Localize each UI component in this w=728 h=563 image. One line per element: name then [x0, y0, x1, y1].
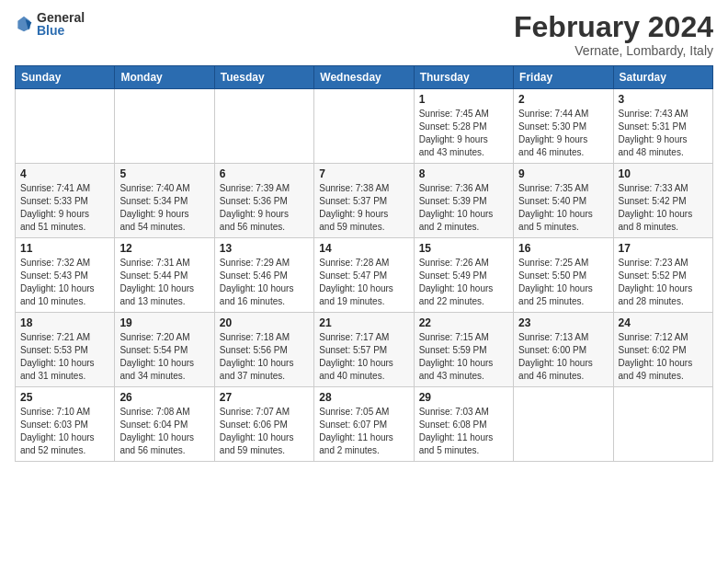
- cell-4-0: 25Sunrise: 7:10 AM Sunset: 6:03 PM Dayli…: [16, 387, 115, 462]
- day-number-16: 16: [518, 242, 608, 255]
- day-number-23: 23: [518, 316, 608, 329]
- day-number-22: 22: [419, 316, 508, 329]
- week-row-1: 4Sunrise: 7:41 AM Sunset: 5:33 PM Daylig…: [16, 164, 713, 238]
- day-info-22: Sunrise: 7:15 AM Sunset: 5:59 PM Dayligh…: [419, 331, 508, 383]
- day-number-3: 3: [619, 93, 708, 106]
- day-info-14: Sunrise: 7:28 AM Sunset: 5:47 PM Dayligh…: [319, 257, 408, 308]
- cell-1-0: 4Sunrise: 7:41 AM Sunset: 5:33 PM Daylig…: [16, 164, 115, 238]
- cell-0-3: [314, 89, 414, 164]
- cell-0-1: [115, 89, 214, 164]
- day-info-12: Sunrise: 7:31 AM Sunset: 5:44 PM Dayligh…: [119, 257, 209, 308]
- cell-3-4: 22Sunrise: 7:15 AM Sunset: 5:59 PM Dayli…: [414, 313, 513, 387]
- day-info-10: Sunrise: 7:33 AM Sunset: 5:42 PM Dayligh…: [619, 182, 708, 234]
- day-header-row: Sunday Monday Tuesday Wednesday Thursday…: [16, 66, 713, 89]
- day-number-24: 24: [619, 316, 708, 329]
- week-row-0: 1Sunrise: 7:45 AM Sunset: 5:28 PM Daylig…: [16, 89, 713, 164]
- header-wednesday: Wednesday: [314, 66, 414, 89]
- day-info-19: Sunrise: 7:20 AM Sunset: 5:54 PM Dayligh…: [119, 331, 209, 383]
- cell-3-6: 24Sunrise: 7:12 AM Sunset: 6:02 PM Dayli…: [613, 313, 712, 387]
- day-info-5: Sunrise: 7:40 AM Sunset: 5:34 PM Dayligh…: [119, 182, 209, 234]
- day-info-23: Sunrise: 7:13 AM Sunset: 6:00 PM Dayligh…: [518, 331, 608, 383]
- day-info-4: Sunrise: 7:41 AM Sunset: 5:33 PM Dayligh…: [20, 182, 109, 234]
- day-info-21: Sunrise: 7:17 AM Sunset: 5:57 PM Dayligh…: [319, 331, 408, 383]
- cell-2-2: 13Sunrise: 7:29 AM Sunset: 5:46 PM Dayli…: [214, 238, 313, 313]
- cell-2-6: 17Sunrise: 7:23 AM Sunset: 5:52 PM Dayli…: [613, 238, 712, 313]
- header-thursday: Thursday: [414, 66, 513, 89]
- cell-4-6: [613, 387, 712, 462]
- cell-0-2: [214, 89, 313, 164]
- calendar-body: 1Sunrise: 7:45 AM Sunset: 5:28 PM Daylig…: [16, 89, 713, 462]
- logo-blue-text: Blue: [37, 24, 85, 37]
- day-number-8: 8: [419, 167, 508, 180]
- week-row-3: 18Sunrise: 7:21 AM Sunset: 5:53 PM Dayli…: [16, 313, 713, 387]
- day-info-18: Sunrise: 7:21 AM Sunset: 5:53 PM Dayligh…: [20, 331, 109, 383]
- day-info-3: Sunrise: 7:43 AM Sunset: 5:31 PM Dayligh…: [619, 108, 708, 159]
- day-info-17: Sunrise: 7:23 AM Sunset: 5:52 PM Dayligh…: [619, 257, 708, 308]
- day-info-28: Sunrise: 7:05 AM Sunset: 6:07 PM Dayligh…: [319, 406, 408, 457]
- day-number-10: 10: [619, 167, 708, 180]
- day-info-16: Sunrise: 7:25 AM Sunset: 5:50 PM Dayligh…: [518, 257, 608, 308]
- day-info-27: Sunrise: 7:07 AM Sunset: 6:06 PM Dayligh…: [220, 406, 309, 457]
- day-number-7: 7: [319, 167, 408, 180]
- cell-4-3: 28Sunrise: 7:05 AM Sunset: 6:07 PM Dayli…: [314, 387, 414, 462]
- calendar-header: Sunday Monday Tuesday Wednesday Thursday…: [16, 66, 713, 89]
- day-info-8: Sunrise: 7:36 AM Sunset: 5:39 PM Dayligh…: [419, 182, 508, 234]
- subtitle: Vernate, Lombardy, Italy: [514, 43, 713, 58]
- cell-3-2: 20Sunrise: 7:18 AM Sunset: 5:56 PM Dayli…: [214, 313, 313, 387]
- day-info-2: Sunrise: 7:44 AM Sunset: 5:30 PM Dayligh…: [518, 108, 608, 159]
- logo-icon: [15, 15, 33, 33]
- cell-0-0: [16, 89, 115, 164]
- day-number-2: 2: [518, 93, 608, 106]
- cell-1-4: 8Sunrise: 7:36 AM Sunset: 5:39 PM Daylig…: [414, 164, 513, 238]
- day-number-19: 19: [119, 316, 209, 329]
- day-number-1: 1: [419, 93, 508, 106]
- header-friday: Friday: [514, 66, 613, 89]
- day-number-25: 25: [20, 391, 109, 404]
- day-info-11: Sunrise: 7:32 AM Sunset: 5:43 PM Dayligh…: [20, 257, 109, 308]
- day-number-29: 29: [419, 391, 508, 404]
- cell-2-3: 14Sunrise: 7:28 AM Sunset: 5:47 PM Dayli…: [314, 238, 414, 313]
- day-number-11: 11: [20, 242, 109, 255]
- cell-1-5: 9Sunrise: 7:35 AM Sunset: 5:40 PM Daylig…: [514, 164, 613, 238]
- day-info-24: Sunrise: 7:12 AM Sunset: 6:02 PM Dayligh…: [619, 331, 708, 383]
- calendar-table: Sunday Monday Tuesday Wednesday Thursday…: [15, 65, 713, 462]
- title-section: February 2024 Vernate, Lombardy, Italy: [514, 11, 713, 58]
- cell-4-5: [514, 387, 613, 462]
- day-number-28: 28: [319, 391, 408, 404]
- week-row-2: 11Sunrise: 7:32 AM Sunset: 5:43 PM Dayli…: [16, 238, 713, 313]
- cell-4-1: 26Sunrise: 7:08 AM Sunset: 6:04 PM Dayli…: [115, 387, 214, 462]
- cell-1-1: 5Sunrise: 7:40 AM Sunset: 5:34 PM Daylig…: [115, 164, 214, 238]
- day-number-5: 5: [119, 167, 209, 180]
- cell-0-6: 3Sunrise: 7:43 AM Sunset: 5:31 PM Daylig…: [613, 89, 712, 164]
- day-number-12: 12: [119, 242, 209, 255]
- logo-text: General Blue: [37, 11, 85, 37]
- day-info-13: Sunrise: 7:29 AM Sunset: 5:46 PM Dayligh…: [220, 257, 309, 308]
- day-number-15: 15: [419, 242, 508, 255]
- header-tuesday: Tuesday: [214, 66, 313, 89]
- day-info-1: Sunrise: 7:45 AM Sunset: 5:28 PM Dayligh…: [419, 108, 508, 159]
- day-info-29: Sunrise: 7:03 AM Sunset: 6:08 PM Dayligh…: [419, 406, 508, 457]
- day-number-4: 4: [20, 167, 109, 180]
- cell-4-4: 29Sunrise: 7:03 AM Sunset: 6:08 PM Dayli…: [414, 387, 513, 462]
- cell-2-5: 16Sunrise: 7:25 AM Sunset: 5:50 PM Dayli…: [514, 238, 613, 313]
- header-sunday: Sunday: [16, 66, 115, 89]
- day-number-27: 27: [220, 391, 309, 404]
- day-info-20: Sunrise: 7:18 AM Sunset: 5:56 PM Dayligh…: [220, 331, 309, 383]
- day-info-26: Sunrise: 7:08 AM Sunset: 6:04 PM Dayligh…: [119, 406, 209, 457]
- main-title: February 2024: [514, 11, 713, 43]
- header-monday: Monday: [115, 66, 214, 89]
- cell-4-2: 27Sunrise: 7:07 AM Sunset: 6:06 PM Dayli…: [214, 387, 313, 462]
- day-info-15: Sunrise: 7:26 AM Sunset: 5:49 PM Dayligh…: [419, 257, 508, 308]
- cell-1-3: 7Sunrise: 7:38 AM Sunset: 5:37 PM Daylig…: [314, 164, 414, 238]
- day-number-9: 9: [518, 167, 608, 180]
- day-number-18: 18: [20, 316, 109, 329]
- day-info-6: Sunrise: 7:39 AM Sunset: 5:36 PM Dayligh…: [220, 182, 309, 234]
- cell-1-2: 6Sunrise: 7:39 AM Sunset: 5:36 PM Daylig…: [214, 164, 313, 238]
- cell-3-3: 21Sunrise: 7:17 AM Sunset: 5:57 PM Dayli…: [314, 313, 414, 387]
- header-saturday: Saturday: [613, 66, 712, 89]
- cell-2-1: 12Sunrise: 7:31 AM Sunset: 5:44 PM Dayli…: [115, 238, 214, 313]
- day-info-9: Sunrise: 7:35 AM Sunset: 5:40 PM Dayligh…: [518, 182, 608, 234]
- day-number-21: 21: [319, 316, 408, 329]
- day-number-13: 13: [220, 242, 309, 255]
- day-number-20: 20: [220, 316, 309, 329]
